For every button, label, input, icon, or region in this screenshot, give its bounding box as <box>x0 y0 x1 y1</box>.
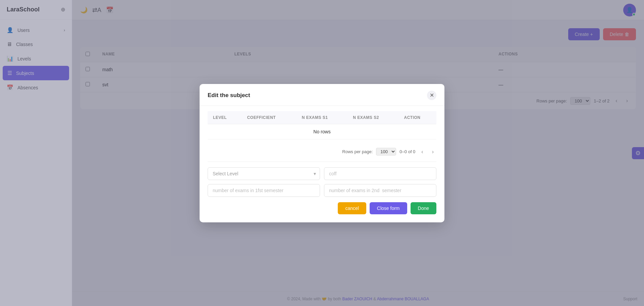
inner-pagination-range: 0–0 of 0 <box>399 149 415 154</box>
done-button[interactable]: Done <box>411 202 436 214</box>
inner-prev-page-button[interactable]: ‹ <box>419 147 426 156</box>
level-select[interactable]: Select Level <box>208 167 320 180</box>
inner-next-page-button[interactable]: › <box>429 147 436 156</box>
col-action: ACTION <box>398 111 436 124</box>
level-select-wrapper: Select Level <box>208 167 320 180</box>
edit-subject-modal: Edit the subject ✕ LEVEL COEFFICIENT N E… <box>200 84 444 222</box>
cancel-button[interactable]: cancel <box>338 202 366 214</box>
modal-body: LEVEL COEFFICIENT N EXAMS S1 N EXAMS S2 … <box>200 111 444 222</box>
modal-close-button[interactable]: ✕ <box>427 91 436 100</box>
modal-overlay: Edit the subject ✕ LEVEL COEFFICIENT N E… <box>0 0 644 306</box>
modal-header: Edit the subject ✕ <box>200 84 444 106</box>
form-row-1: Select Level <box>208 167 436 180</box>
exams-s1-input[interactable] <box>208 184 320 197</box>
modal-actions: cancel Close form Done <box>208 202 436 214</box>
inner-table: LEVEL COEFFICIENT N EXAMS S1 N EXAMS S2 … <box>208 111 436 139</box>
no-rows-message: No rows <box>208 124 436 139</box>
exams-s2-input[interactable] <box>324 184 436 197</box>
col-n-exams-s2: N EXAMS S2 <box>347 111 398 124</box>
form-row-2 <box>208 184 436 197</box>
col-coefficient: COEFFICIENT <box>242 111 297 124</box>
coefficient-input[interactable] <box>324 167 436 180</box>
col-level: LEVEL <box>208 111 242 124</box>
modal-title: Edit the subject <box>208 92 250 99</box>
close-form-button[interactable]: Close form <box>370 202 407 214</box>
inner-table-pagination: Rows per page: 100 0–0 of 0 ‹ › <box>208 145 436 162</box>
col-n-exams-s1: N EXAMS S1 <box>297 111 347 124</box>
inner-rows-per-page-label: Rows per page: <box>342 149 373 154</box>
inner-rows-per-page-select[interactable]: 100 <box>376 148 396 156</box>
